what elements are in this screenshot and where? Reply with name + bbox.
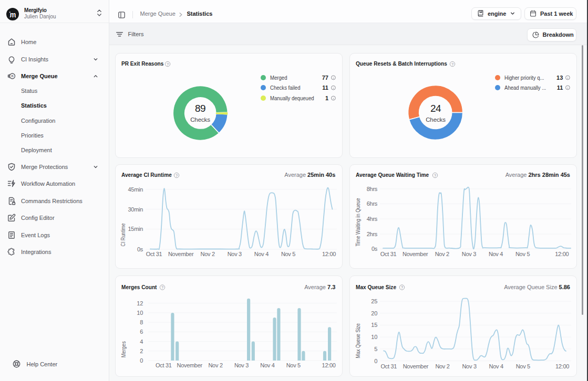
- svg-text:10: 10: [371, 334, 377, 340]
- svg-text:8hrs: 8hrs: [367, 186, 378, 192]
- svg-text:Oct 31: Oct 31: [380, 251, 397, 257]
- svg-text:Nov 2: Nov 2: [208, 362, 222, 368]
- svg-text:30min: 30min: [128, 206, 143, 213]
- svg-text:Nov 4: Nov 4: [254, 251, 269, 257]
- svg-text:15: 15: [371, 322, 377, 328]
- svg-text:?: ?: [451, 62, 453, 67]
- svg-text:4: 4: [140, 338, 143, 345]
- svg-text:0: 0: [374, 358, 377, 364]
- svg-text:0: 0: [140, 357, 143, 364]
- svg-text:0s: 0s: [372, 246, 378, 252]
- svg-text:12:00: 12:00: [322, 362, 336, 368]
- svg-text:Time Waiting in Queue: Time Waiting in Queue: [355, 198, 361, 246]
- svg-text:?: ?: [176, 173, 178, 178]
- svg-text:Merges: Merges: [120, 341, 127, 357]
- svg-text:Nov 5: Nov 5: [515, 251, 530, 257]
- svg-text:Oct 31: Oct 31: [156, 362, 172, 368]
- svg-text:0s: 0s: [137, 246, 143, 252]
- svg-text:6: 6: [140, 329, 143, 335]
- svg-text:12:00: 12:00: [555, 251, 569, 257]
- svg-text:8: 8: [140, 319, 143, 325]
- svg-text:45min: 45min: [128, 186, 143, 193]
- svg-text:November: November: [177, 362, 203, 368]
- svg-text:Nov 3: Nov 3: [462, 363, 476, 369]
- svg-text:12:00: 12:00: [555, 363, 569, 369]
- svg-text:Oct 31: Oct 31: [380, 363, 397, 369]
- svg-text:Nov 3: Nov 3: [462, 251, 476, 257]
- svg-text:12: 12: [137, 300, 143, 306]
- svg-text:2hrs: 2hrs: [367, 231, 378, 237]
- svg-text:?: ?: [161, 285, 163, 290]
- svg-text:Nov 5: Nov 5: [286, 362, 301, 368]
- svg-text:4hrs: 4hrs: [367, 216, 378, 222]
- svg-text:Max Queue Size: Max Queue Size: [355, 323, 361, 358]
- svg-text:Oct 31: Oct 31: [146, 251, 162, 257]
- svg-text:Nov 4: Nov 4: [260, 362, 274, 368]
- svg-text:Nov 4: Nov 4: [489, 363, 503, 369]
- svg-text:November: November: [403, 251, 428, 257]
- svg-text:Nov 2: Nov 2: [435, 363, 449, 369]
- svg-text:5: 5: [374, 346, 377, 352]
- svg-text:Nov 3: Nov 3: [234, 362, 249, 368]
- svg-text:Nov 2: Nov 2: [201, 251, 215, 257]
- svg-text:?: ?: [401, 285, 403, 290]
- svg-text:CI Runtime: CI Runtime: [120, 223, 126, 246]
- svg-text:20: 20: [371, 310, 377, 316]
- svg-text:10: 10: [137, 310, 143, 316]
- svg-text:15min: 15min: [128, 226, 143, 232]
- svg-text:Nov 3: Nov 3: [228, 251, 242, 257]
- svg-text:Nov 2: Nov 2: [435, 251, 449, 257]
- svg-text:12:00: 12:00: [322, 251, 336, 257]
- svg-text:November: November: [168, 251, 194, 257]
- svg-text:Nov 5: Nov 5: [516, 363, 530, 369]
- svg-text:?: ?: [434, 173, 436, 178]
- svg-text:25: 25: [371, 298, 377, 304]
- svg-text:2: 2: [140, 348, 143, 354]
- svg-text:Nov 5: Nov 5: [281, 251, 295, 257]
- svg-text:Nov 4: Nov 4: [489, 251, 503, 257]
- svg-text:6hrs: 6hrs: [367, 200, 378, 207]
- svg-text:November: November: [403, 363, 429, 369]
- svg-text:?: ?: [167, 62, 169, 67]
